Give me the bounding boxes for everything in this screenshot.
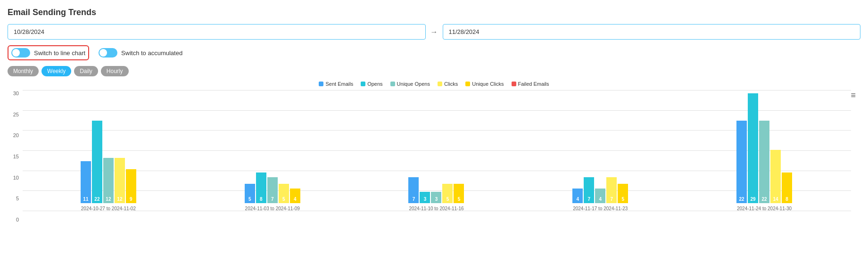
y-axis-label: 20	[8, 132, 19, 138]
bar-value-label: 5	[454, 197, 464, 202]
bar[interactable]: 9	[126, 169, 136, 203]
bar-value-label: 3	[431, 197, 441, 202]
bar[interactable]: 12	[103, 158, 114, 203]
bar-group: 1122121292024-10-27 to 2024-11-02	[81, 121, 136, 211]
bar[interactable]: 3	[420, 192, 430, 203]
bar[interactable]: 5	[442, 184, 453, 203]
bar-value-label: 11	[81, 197, 91, 202]
line-chart-toggle-wrapper: Switch to line chart	[8, 45, 89, 60]
bar-value-label: 7	[606, 197, 617, 202]
x-axis-label: 2024-11-24 to 2024-11-30	[737, 206, 792, 211]
bar-value-label: 4	[290, 197, 300, 202]
bar-value-label: 12	[115, 197, 125, 202]
y-axis-label: 5	[8, 196, 19, 201]
bar[interactable]: 7	[606, 177, 617, 203]
x-axis-label: 2024-11-03 to 2024-11-09	[245, 206, 300, 211]
bar[interactable]: 5	[618, 184, 628, 203]
bar-value-label: 5	[245, 197, 255, 202]
accumulated-label: Switch to accumulated	[121, 49, 182, 57]
legend-label: Sent Emails	[325, 81, 353, 87]
legend-label: Opens	[367, 81, 382, 87]
bar[interactable]: 5	[454, 184, 464, 203]
x-axis-label: 2024-11-10 to 2024-11-16	[409, 206, 463, 211]
accumulated-toggle[interactable]	[99, 48, 117, 57]
legend-label: Unique Opens	[397, 81, 430, 87]
bar-value-label: 4	[595, 197, 605, 202]
line-chart-toggle[interactable]	[11, 48, 30, 57]
bar[interactable]: 7	[408, 177, 419, 203]
bar[interactable]: 3	[431, 192, 441, 203]
chart-legend: Sent EmailsOpensUnique OpensClicksUnique…	[8, 81, 860, 87]
legend-color	[361, 82, 365, 86]
bar[interactable]: 22	[759, 121, 769, 203]
y-axis-label: 10	[8, 175, 19, 181]
date-to-input[interactable]	[443, 24, 861, 40]
legend-color	[390, 82, 395, 86]
bar[interactable]: 22	[736, 121, 747, 203]
legend-item: Opens	[361, 81, 382, 87]
bar-value-label: 7	[267, 197, 278, 202]
bar[interactable]: 4	[572, 189, 583, 203]
legend-label: Failed Emails	[518, 81, 549, 87]
legend-item: Unique Opens	[390, 81, 430, 87]
bars: 47475	[572, 177, 628, 203]
bar-value-label: 5	[618, 197, 628, 202]
period-btn-hourly[interactable]: Hourly	[101, 66, 129, 76]
bar-value-label: 9	[126, 197, 136, 202]
y-axis-label: 0	[8, 217, 19, 222]
bar[interactable]: 7	[584, 177, 594, 203]
bar[interactable]: 29	[748, 93, 758, 203]
arrow-icon: →	[430, 28, 438, 36]
period-btn-daily[interactable]: Daily	[74, 66, 98, 76]
bar[interactable]: 22	[92, 121, 102, 203]
line-chart-label: Switch to line chart	[34, 49, 85, 57]
bar-value-label: 22	[759, 197, 769, 202]
bar-group: 587542024-11-03 to 2024-11-09	[245, 172, 300, 211]
chart-area: 051015202530 1122121292024-10-27 to 2024…	[8, 90, 860, 222]
y-axis-label: 30	[8, 90, 19, 96]
period-btn-monthly[interactable]: Monthly	[8, 66, 39, 76]
bar[interactable]: 5	[245, 184, 255, 203]
legend-label: Unique Clicks	[472, 81, 504, 87]
period-buttons: MonthlyWeeklyDailyHourly	[8, 66, 860, 76]
bar[interactable]: 4	[290, 189, 300, 203]
bar-group: 474752024-11-17 to 2024-11-23	[572, 177, 628, 211]
y-axis-label: 15	[8, 154, 19, 159]
legend-item: Clicks	[438, 81, 458, 87]
bar-value-label: 8	[782, 197, 792, 202]
date-range-row: →	[8, 24, 860, 40]
bar[interactable]: 7	[267, 177, 278, 203]
legend-color	[512, 82, 516, 86]
bar-group: 733552024-11-10 to 2024-11-16	[408, 177, 464, 211]
x-axis-label: 2024-10-27 to 2024-11-02	[81, 206, 136, 211]
bar[interactable]: 14	[770, 150, 781, 203]
bars: 112212129	[81, 121, 136, 203]
bar[interactable]: 4	[595, 189, 605, 203]
legend-item: Unique Clicks	[465, 81, 504, 87]
legend-label: Clicks	[444, 81, 458, 87]
bar-value-label: 29	[748, 197, 758, 202]
bar-value-label: 5	[279, 197, 289, 202]
controls-row: Switch to line chart Switch to accumulat…	[8, 45, 860, 60]
date-from-input[interactable]	[8, 24, 426, 40]
bar[interactable]: 12	[115, 158, 125, 203]
bar-value-label: 12	[103, 197, 114, 202]
bar[interactable]: 8	[782, 172, 792, 203]
chart-container: ≡ 051015202530 1122121292024-10-27 to 20…	[8, 90, 860, 241]
bars: 222922148	[736, 93, 792, 203]
y-axis-label: 25	[8, 112, 19, 117]
accumulated-slider	[99, 48, 117, 57]
bar[interactable]: 8	[256, 172, 266, 203]
legend-item: Failed Emails	[512, 81, 549, 87]
bar-value-label: 14	[770, 197, 781, 202]
bar[interactable]: 11	[81, 161, 91, 203]
bar[interactable]: 5	[279, 184, 289, 203]
bars: 58754	[245, 172, 300, 203]
bar-value-label: 5	[442, 197, 453, 202]
legend-color	[438, 82, 442, 86]
bar-value-label: 7	[408, 197, 419, 202]
period-btn-weekly[interactable]: Weekly	[41, 66, 71, 76]
accumulated-toggle-group: Switch to accumulated	[99, 48, 182, 57]
bars-area: 1122121292024-10-27 to 2024-11-025875420…	[26, 90, 846, 211]
legend-color	[319, 82, 323, 86]
